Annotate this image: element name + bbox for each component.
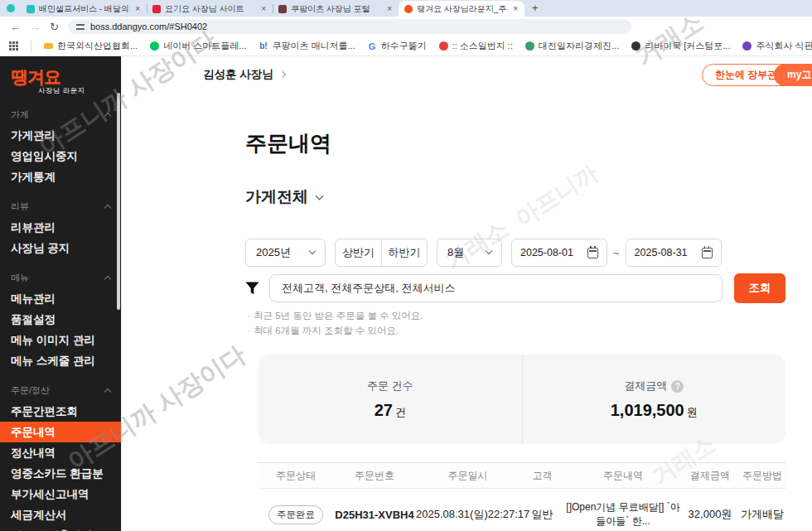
month-select[interactable]: 8월 bbox=[437, 239, 502, 267]
bookmark-item[interactable]: b! 쿠팡이츠 매니저를... bbox=[259, 40, 355, 52]
baemin-favicon-icon bbox=[27, 5, 35, 13]
sidebar-item-settlement[interactable]: 정산내역 bbox=[0, 442, 121, 463]
sidebar-item-menu-sales[interactable]: 메뉴별 매출내역 bbox=[0, 525, 121, 531]
owner-name: 김성훈 사장님 bbox=[203, 67, 273, 82]
sidebar-item-store-manage[interactable]: 가게관리 bbox=[0, 125, 121, 146]
sidebar-item-card-refund[interactable]: 영중소카드 환급분 bbox=[0, 463, 121, 484]
bookmark-label: 리바이묵 [커스텀포... bbox=[645, 40, 730, 52]
date-range-separator: ~ bbox=[613, 247, 620, 259]
close-icon[interactable]: × bbox=[260, 4, 267, 13]
search-button[interactable]: 조회 bbox=[734, 273, 785, 303]
calendar-icon[interactable] bbox=[702, 248, 713, 258]
bookmark-item[interactable]: 리바이묵 [커스텀포... bbox=[631, 40, 730, 52]
forward-icon[interactable]: → bbox=[30, 21, 41, 33]
bookmark-item[interactable]: :: 소스일번지 :: bbox=[439, 40, 513, 52]
ddangyo-logo[interactable]: 땡겨요 사장님 라운지 bbox=[0, 56, 121, 95]
site-settings-icon[interactable] bbox=[76, 24, 85, 30]
pinned-tab-favicon[interactable] bbox=[7, 4, 15, 12]
back-icon[interactable]: ← bbox=[10, 21, 21, 33]
sidebar-menu: 가게 가게관리 영업임시중지 가게통계 리뷰 리뷰관리 사장님 공지 메뉴 bbox=[0, 109, 121, 531]
date-from-value: 2025-08-01 bbox=[520, 247, 573, 258]
order-filter-input[interactable] bbox=[269, 274, 723, 302]
calendar-icon[interactable] bbox=[587, 248, 598, 258]
section-label: 주문/정산 bbox=[11, 384, 50, 397]
sidebar-item-order-history[interactable]: 주문내역 bbox=[0, 422, 121, 442]
bookmark-label: 네이버 스마트플레... bbox=[163, 40, 246, 52]
bookmark-favicon-icon bbox=[525, 41, 534, 51]
address-bar[interactable]: boss.ddangyo.com/#SH0402 bbox=[68, 19, 631, 34]
bookmark-label: 한국외식산업협회... bbox=[57, 40, 138, 52]
apps-grid-icon[interactable] bbox=[9, 41, 12, 44]
tab-yogiyo[interactable]: 요기요 사장님 사이트 × bbox=[147, 1, 273, 17]
bookmark-favicon-icon bbox=[44, 43, 53, 49]
tab-ddangyo-active[interactable]: 땡겨요 사장님라운지_주문내역 × bbox=[399, 1, 524, 17]
payment-amount-value: 1,019,500 bbox=[611, 401, 684, 419]
sidebar-item-menu-manage[interactable]: 메뉴관리 bbox=[0, 288, 121, 309]
bookmark-item[interactable]: 한국외식산업협회... bbox=[44, 40, 138, 52]
sidebar-item-temp-close[interactable]: 영업임시중지 bbox=[0, 146, 121, 167]
section-label: 가게 bbox=[11, 109, 29, 121]
bookmark-item[interactable]: G 하수구뚫기 bbox=[368, 40, 427, 52]
close-icon[interactable]: × bbox=[512, 4, 519, 13]
search-row: 조회 bbox=[245, 273, 785, 303]
bookmark-item[interactable]: 네이버 스마트플레... bbox=[150, 40, 246, 52]
bookmark-label: 대전일자리경제진... bbox=[539, 40, 619, 52]
filter-funnel-icon[interactable] bbox=[245, 282, 259, 295]
breadcrumb[interactable]: 김성훈 사장님 bbox=[203, 67, 285, 82]
sidebar-item-menu-image[interactable]: 메뉴 이미지 관리 bbox=[0, 330, 121, 350]
status-badge: 주문완료 bbox=[268, 505, 323, 524]
bookmark-item[interactable]: 대전일자리경제진... bbox=[525, 40, 619, 52]
bookmark-item[interactable]: 주식회사 식판사 bbox=[742, 40, 812, 52]
year-select[interactable]: 2025년 bbox=[245, 239, 326, 267]
sidebar-scrollbar[interactable] bbox=[117, 93, 120, 310]
col-header-datetime: 주문일시 bbox=[416, 469, 520, 483]
my-customer-service-button[interactable]: my고객 서비스 bbox=[774, 64, 812, 86]
tab-coupangeats[interactable]: 쿠팡이츠 사장님 포털 × bbox=[273, 1, 399, 17]
order-number: D25H31-XVBH4 bbox=[333, 509, 416, 521]
date-to-value: 2025-08-31 bbox=[635, 247, 688, 258]
close-icon[interactable]: × bbox=[386, 4, 393, 13]
help-icon[interactable]: ? bbox=[671, 380, 684, 393]
section-label: 메뉴 bbox=[11, 272, 29, 284]
sidebar-item-vat-report[interactable]: 부가세신고내역 bbox=[0, 484, 121, 504]
date-from-input[interactable]: 2025-08-01 bbox=[511, 239, 607, 267]
tab-title: 요기요 사장님 사이트 bbox=[165, 3, 256, 15]
sidebar-section-review: 리뷰 리뷰관리 사장님 공지 bbox=[0, 200, 121, 258]
new-tab-button[interactable]: + bbox=[532, 2, 539, 14]
table-row[interactable]: 주문완료 D25H31-XVBH4 2025.08.31(일)22:27:17 … bbox=[259, 489, 785, 531]
bookmark-label: 주식회사 식판사 bbox=[756, 40, 812, 52]
bookmark-favicon-icon bbox=[631, 41, 640, 51]
store-filter-dropdown[interactable]: 가게전체 bbox=[245, 186, 322, 208]
sidebar-item-owner-notice[interactable]: 사장님 공지 bbox=[0, 238, 121, 258]
sidebar-item-store-stats[interactable]: 가게통계 bbox=[0, 167, 121, 187]
year-value: 2025년 bbox=[256, 245, 291, 260]
refresh-icon[interactable]: ↻ bbox=[50, 21, 59, 33]
order-count-unit: 건 bbox=[395, 406, 406, 418]
logo-title: 땡겨요 bbox=[11, 68, 121, 86]
date-to-input[interactable]: 2025-08-31 bbox=[626, 239, 722, 267]
second-half-button[interactable]: 하반기 bbox=[381, 239, 427, 266]
sidebar-item-review-manage[interactable]: 리뷰관리 bbox=[0, 217, 121, 238]
order-detail: []Open기념 무료배달[] `아들아들` 한... bbox=[565, 500, 681, 529]
chevron-up-icon[interactable] bbox=[104, 275, 111, 282]
sidebar-item-order-quick[interactable]: 주문간편조회 bbox=[0, 401, 121, 422]
sidebar-section-store: 가게 가게관리 영업임시중지 가게통계 bbox=[0, 109, 121, 187]
bookmark-label: 하수구뚫기 bbox=[381, 40, 427, 52]
chevron-up-icon[interactable] bbox=[104, 388, 111, 394]
bookmark-label: :: 소스일번지 :: bbox=[452, 40, 513, 52]
chevron-up-icon[interactable] bbox=[104, 204, 111, 210]
screenshot-root: 배민셀프서비스 - 배달의민족 × 요기요 사장님 사이트 × 쿠팡이츠 사장님… bbox=[0, 0, 812, 531]
sidebar-item-menu-schedule[interactable]: 메뉴 스케줄 관리 bbox=[0, 350, 121, 371]
close-icon[interactable]: × bbox=[134, 4, 141, 13]
first-half-button[interactable]: 상반기 bbox=[336, 239, 381, 266]
tab-baemin[interactable]: 배민셀프서비스 - 배달의민족 × bbox=[21, 1, 147, 17]
logo-subtitle: 사장님 라운지 bbox=[38, 86, 121, 95]
chevron-down-icon bbox=[316, 191, 324, 200]
payment-amount-label: 결제금액 bbox=[624, 379, 667, 393]
chevron-up-icon[interactable] bbox=[104, 112, 111, 118]
col-header-amount: 결제금액 bbox=[681, 469, 739, 483]
sidebar-item-tax-invoice[interactable]: 세금계산서 bbox=[0, 504, 121, 525]
col-header-order-no: 주문번호 bbox=[333, 469, 416, 483]
bookmark-favicon-icon: b! bbox=[259, 41, 268, 51]
sidebar-item-soldout-setting[interactable]: 품절설정 bbox=[0, 309, 121, 330]
